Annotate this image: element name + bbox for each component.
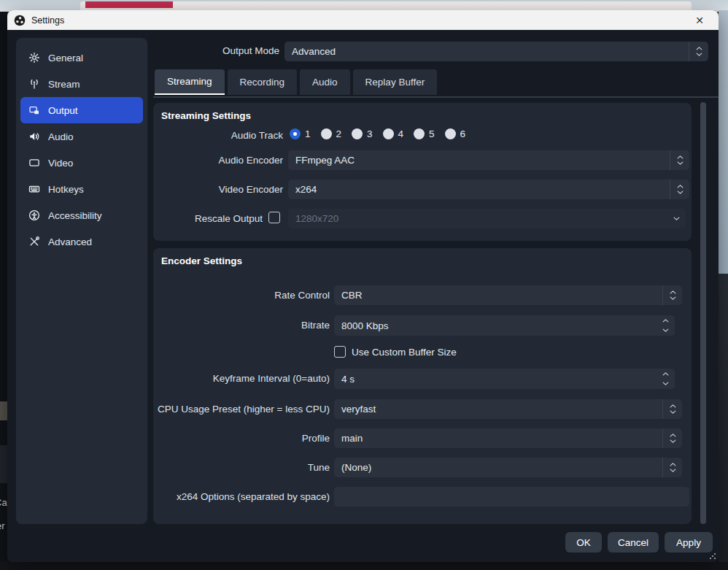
rescale-output-label: Rescale Output bbox=[153, 213, 263, 224]
sidebar-item-label: Video bbox=[48, 158, 73, 169]
audio-track-option-5[interactable]: 5 bbox=[414, 128, 435, 139]
cancel-button[interactable]: Cancel bbox=[608, 532, 659, 552]
video-encoder-select[interactable]: x264 bbox=[288, 180, 689, 199]
profile-label: Profile bbox=[153, 433, 330, 444]
audio-track-option-2[interactable]: 2 bbox=[321, 128, 342, 139]
output-tabs: Streaming Recording Audio Replay Buffer bbox=[155, 69, 437, 95]
streaming-settings-title: Streaming Settings bbox=[161, 110, 251, 121]
window-title: Settings bbox=[31, 15, 64, 26]
use-custom-buffer-checkbox[interactable] bbox=[334, 346, 346, 358]
encoder-settings-title: Encoder Settings bbox=[161, 255, 242, 266]
sidebar-item-label: Stream bbox=[48, 79, 80, 90]
broadcast-antenna-icon bbox=[28, 78, 40, 90]
rate-control-label: Rate Control bbox=[153, 290, 330, 301]
background-window-right bbox=[719, 274, 728, 570]
audio-encoder-select[interactable]: FFmpeg AAC bbox=[288, 150, 689, 170]
rescale-resolution-select[interactable]: 1280x720 bbox=[288, 209, 686, 228]
sidebar-item-accessibility[interactable]: Accessibility bbox=[20, 202, 143, 228]
chevron-down-icon bbox=[670, 439, 676, 443]
chevron-down-icon bbox=[677, 190, 684, 194]
sidebar-item-label: Audio bbox=[48, 131, 74, 142]
settings-dialog: Settings ✕ General Stream Output Audio V… bbox=[7, 10, 719, 562]
content-scrollbar bbox=[699, 102, 708, 524]
audio-track-option-4[interactable]: 4 bbox=[383, 128, 404, 139]
tab-divider bbox=[153, 96, 719, 98]
settings-sidebar: General Stream Output Audio Video Hotkey… bbox=[16, 38, 147, 524]
encoder-settings-panel: Encoder Settings Rate Control CBR Bitrat… bbox=[153, 248, 692, 524]
close-icon[interactable]: ✕ bbox=[688, 10, 711, 30]
tab-audio[interactable]: Audio bbox=[300, 69, 350, 95]
radio-checked-icon bbox=[290, 128, 301, 139]
tune-select[interactable]: (None) bbox=[334, 458, 682, 477]
resize-grip[interactable] bbox=[709, 552, 716, 560]
chevron-up-icon bbox=[677, 155, 684, 159]
titlebar[interactable]: Settings ✕ bbox=[7, 10, 719, 30]
chevron-up-icon bbox=[677, 185, 684, 188]
audio-track-option-1[interactable]: 1 bbox=[290, 128, 311, 139]
x264-options-input[interactable] bbox=[334, 487, 689, 507]
output-mode-label: Output Mode bbox=[153, 45, 279, 56]
tune-label: Tune bbox=[153, 462, 330, 473]
keyframe-interval-label: Keyframe Interval (0=auto) bbox=[153, 373, 330, 384]
sidebar-item-general[interactable]: General bbox=[20, 45, 143, 71]
spin-up-icon bbox=[662, 319, 669, 323]
bitrate-spinbox[interactable]: 8000 Kbps bbox=[334, 315, 675, 336]
audio-track-option-3[interactable]: 3 bbox=[352, 128, 373, 139]
tab-recording[interactable]: Recording bbox=[228, 69, 298, 95]
tab-streaming[interactable]: Streaming bbox=[155, 69, 225, 95]
sidebar-item-output[interactable]: Output bbox=[20, 97, 143, 123]
cpu-preset-select[interactable]: veryfast bbox=[334, 399, 682, 419]
accessibility-person-icon bbox=[28, 209, 40, 221]
dialog-footer: OK Cancel Apply bbox=[565, 532, 713, 552]
background-red-strip bbox=[85, 1, 173, 8]
x264-options-label: x264 Options (separated by space) bbox=[153, 491, 330, 502]
desktop-wallpaper-right bbox=[719, 10, 728, 274]
audio-encoder-label: Audio Encoder bbox=[153, 155, 283, 166]
sidebar-item-label: Accessibility bbox=[48, 210, 102, 221]
chevron-down-icon bbox=[677, 161, 684, 165]
audio-track-option-6[interactable]: 6 bbox=[445, 128, 466, 139]
radio-icon bbox=[445, 128, 456, 139]
sidebar-item-label: Output bbox=[48, 105, 78, 116]
chevron-up-icon bbox=[670, 463, 676, 466]
audio-track-radio-group: 1 2 3 4 5 6 bbox=[290, 128, 465, 139]
apply-button[interactable]: Apply bbox=[665, 532, 713, 552]
radio-icon bbox=[414, 128, 425, 139]
keyboard-icon bbox=[28, 183, 40, 195]
gear-icon bbox=[28, 52, 40, 63]
bitrate-label: Bitrate bbox=[153, 320, 330, 331]
chevron-down-icon bbox=[670, 469, 676, 472]
background-left-fragment bbox=[0, 401, 7, 420]
sidebar-item-label: Hotkeys bbox=[48, 184, 84, 195]
sidebar-item-video[interactable]: Video bbox=[20, 150, 143, 176]
sidebar-item-hotkeys[interactable]: Hotkeys bbox=[20, 176, 143, 202]
background-text-fragment: Ca bbox=[0, 497, 7, 508]
profile-select[interactable]: main bbox=[334, 428, 682, 448]
x264-options-field bbox=[334, 487, 689, 507]
chevron-down-icon bbox=[696, 53, 702, 56]
rescale-output-checkbox[interactable] bbox=[268, 212, 280, 223]
streaming-settings-panel: Streaming Settings Audio Track 1 2 3 4 5… bbox=[153, 103, 692, 241]
background-window-left bbox=[0, 12, 7, 570]
output-display-icon bbox=[28, 104, 40, 116]
sidebar-item-advanced[interactable]: Advanced bbox=[20, 228, 143, 255]
keyframe-interval-spinbox[interactable]: 4 s bbox=[334, 369, 675, 389]
scrollbar-thumb[interactable] bbox=[700, 102, 706, 524]
spin-down-icon bbox=[662, 328, 669, 332]
sidebar-item-stream[interactable]: Stream bbox=[20, 71, 143, 97]
chevron-up-icon bbox=[670, 434, 676, 437]
crossed-tools-icon bbox=[28, 236, 40, 247]
output-mode-select[interactable]: Advanced bbox=[284, 42, 708, 61]
ok-button[interactable]: OK bbox=[565, 532, 602, 552]
radio-icon bbox=[383, 128, 394, 139]
spin-up-icon bbox=[662, 372, 669, 376]
sidebar-item-audio[interactable]: Audio bbox=[20, 123, 143, 150]
chevron-up-icon bbox=[670, 290, 676, 294]
sidebar-item-label: Advanced bbox=[48, 236, 92, 247]
chevron-up-icon bbox=[696, 47, 702, 50]
rate-control-select[interactable]: CBR bbox=[334, 285, 682, 305]
background-left-fragment bbox=[0, 445, 7, 483]
radio-icon bbox=[321, 128, 332, 139]
tab-replay-buffer[interactable]: Replay Buffer bbox=[353, 69, 438, 95]
speaker-icon bbox=[28, 131, 40, 142]
